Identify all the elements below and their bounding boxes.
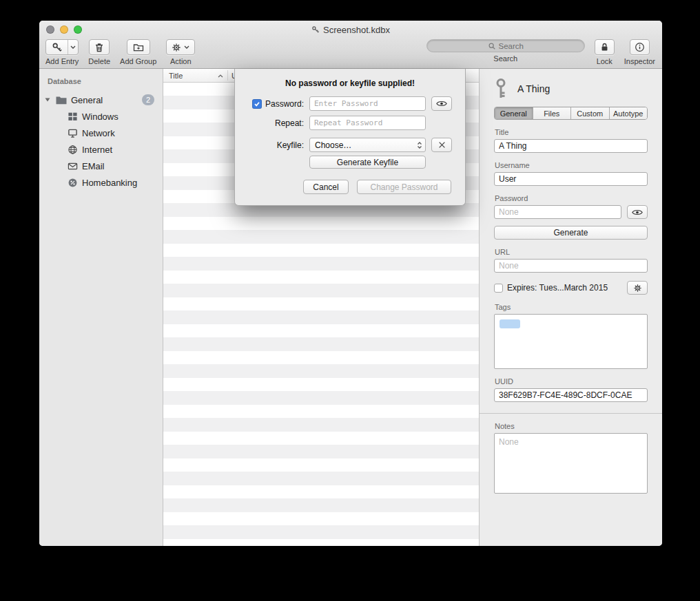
sidebar-item-label: Network xyxy=(82,128,115,138)
add-group-button[interactable] xyxy=(127,39,150,55)
disclosure-triangle-icon[interactable] xyxy=(45,98,52,102)
zoom-button[interactable] xyxy=(74,25,82,34)
lock-item: Lock xyxy=(595,39,615,65)
window-title: Screenshot.kdbx xyxy=(323,25,390,35)
tab-custom[interactable]: Custom xyxy=(570,107,609,119)
change-password-button[interactable]: Change Password xyxy=(357,180,451,194)
sidebar-item-network[interactable]: Network xyxy=(39,125,163,141)
close-button[interactable] xyxy=(46,25,54,34)
keyfile-select[interactable]: Choose… xyxy=(309,138,426,152)
traffic-lights xyxy=(46,25,82,34)
cancel-button[interactable]: Cancel xyxy=(303,180,349,194)
sidebar-item-homebanking[interactable]: Homebanking xyxy=(39,174,163,191)
sidebar: Database General 2 Windows xyxy=(39,69,163,546)
sidebar-item-label: Internet xyxy=(82,145,112,155)
generate-keyfile-button[interactable]: Generate Keyfile xyxy=(309,156,426,169)
add-entry-button[interactable] xyxy=(45,39,79,55)
uuid-field[interactable] xyxy=(494,388,648,402)
tab-autotype[interactable]: Autotype xyxy=(609,107,648,119)
sidebar-item-email[interactable]: EMail xyxy=(39,158,163,174)
sidebar-section-header: Database xyxy=(48,77,163,85)
check-icon xyxy=(254,101,260,107)
title-field[interactable] xyxy=(494,139,648,153)
password-field[interactable] xyxy=(494,205,621,219)
coin-percent-icon xyxy=(67,178,78,188)
sidebar-item-windows[interactable]: Windows xyxy=(39,108,163,125)
add-entry-dropdown-arrow-icon[interactable] xyxy=(68,40,78,54)
delete-item: Delete xyxy=(88,39,110,65)
password-label: Password: xyxy=(265,99,304,109)
minimize-button[interactable] xyxy=(60,25,68,34)
reveal-password-button[interactable] xyxy=(431,96,452,111)
expires-checkbox[interactable] xyxy=(494,284,503,293)
divider xyxy=(480,413,662,414)
info-icon xyxy=(635,42,645,52)
globe-icon xyxy=(67,145,78,155)
tab-files[interactable]: Files xyxy=(533,107,571,119)
url-label: URL xyxy=(495,248,648,256)
search-item: Search Search xyxy=(426,39,585,63)
action-button[interactable] xyxy=(166,39,195,55)
inspector-label: Inspector xyxy=(624,57,655,65)
username-field[interactable] xyxy=(494,172,648,186)
envelope-icon xyxy=(67,161,78,171)
add-group-item: Add Group xyxy=(120,39,156,65)
url-field[interactable] xyxy=(494,259,648,273)
key-icon xyxy=(494,78,508,100)
lock-label: Lock xyxy=(597,57,612,65)
repeat-input[interactable] xyxy=(309,116,426,130)
trash-icon xyxy=(94,42,105,53)
password-label: Password xyxy=(495,194,648,202)
app-window: Screenshot.kdbx Add Entry xyxy=(39,21,662,546)
sidebar-item-internet[interactable]: Internet xyxy=(39,141,163,158)
search-placeholder: Search xyxy=(499,42,524,50)
close-x-icon xyxy=(438,141,446,149)
sidebar-item-label: Homebanking xyxy=(82,178,137,188)
tags-box[interactable] xyxy=(494,314,648,369)
eye-icon xyxy=(436,100,447,107)
action-label: Action xyxy=(170,57,192,65)
password-checkbox[interactable] xyxy=(252,99,262,109)
action-item: Action xyxy=(166,39,195,65)
tab-general[interactable]: General xyxy=(495,107,533,119)
expires-label: Expires: Tues...March 2015 xyxy=(507,283,608,293)
inspector-tabs: General Files Custom Autotype xyxy=(494,107,648,120)
search-label: Search xyxy=(493,54,517,63)
add-group-label: Add Group xyxy=(120,57,156,65)
tag-token[interactable] xyxy=(500,319,520,328)
sidebar-item-general[interactable]: General 2 xyxy=(39,92,163,108)
expires-settings-button[interactable] xyxy=(627,281,648,295)
column-header-title[interactable]: Title xyxy=(169,72,183,80)
document-icon xyxy=(311,25,320,34)
entry-count-badge: 2 xyxy=(142,94,154,105)
repeat-label: Repeat: xyxy=(275,118,304,128)
inspector-panel: A Thing General Files Custom Autotype Ti… xyxy=(479,69,662,546)
keyfile-selected-value: Choose… xyxy=(315,140,351,150)
tags-label: Tags xyxy=(495,303,648,311)
column-divider[interactable] xyxy=(227,70,228,81)
change-password-sheet: No password or keyfile supplied! Passwor… xyxy=(234,69,466,206)
entry-header: A Thing xyxy=(494,77,648,101)
folder-icon xyxy=(56,96,67,105)
clear-keyfile-button[interactable] xyxy=(431,138,452,152)
lock-button[interactable] xyxy=(595,39,615,55)
sidebar-item-label: General xyxy=(71,95,103,105)
add-entry-label: Add Entry xyxy=(45,57,79,65)
window-chrome: Screenshot.kdbx Add Entry xyxy=(39,21,662,69)
password-input[interactable] xyxy=(309,96,426,111)
search-input[interactable]: Search xyxy=(426,39,585,52)
add-entry-item: Add Entry xyxy=(45,39,79,65)
inspector-button[interactable] xyxy=(630,39,650,55)
expires-row: Expires: Tues...March 2015 xyxy=(494,281,648,295)
computer-icon xyxy=(67,128,78,138)
entry-title: A Thing xyxy=(517,83,550,94)
delete-button[interactable] xyxy=(89,39,110,55)
generate-password-button[interactable]: Generate xyxy=(494,226,648,240)
notes-field[interactable] xyxy=(494,433,648,494)
notes-label: Notes xyxy=(495,422,648,430)
search-icon xyxy=(488,42,496,50)
reveal-password-button[interactable] xyxy=(627,205,648,219)
sheet-message: No password or keyfile supplied! xyxy=(235,69,465,88)
sort-ascending-icon xyxy=(218,74,223,78)
titlebar[interactable]: Screenshot.kdbx xyxy=(39,21,662,39)
